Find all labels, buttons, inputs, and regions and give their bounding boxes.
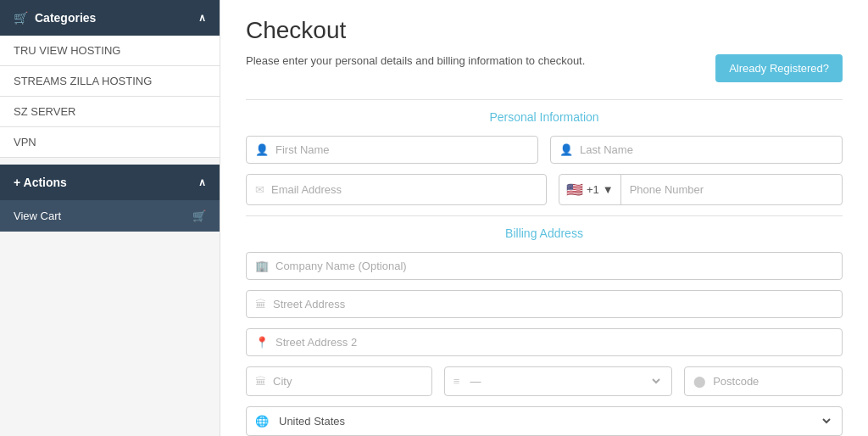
phone-prefix[interactable]: 🇺🇸 +1 ▼	[559, 175, 621, 204]
categories-chevron-icon: ∧	[198, 12, 206, 24]
phone-country-code: +1	[587, 183, 599, 196]
person-icon-2: 👤	[559, 143, 573, 156]
name-row: 👤 👤	[246, 136, 843, 164]
already-registered-button[interactable]: Already Registered?	[715, 54, 843, 82]
sidebar-item-tru-view-hosting[interactable]: TRU VIEW HOSTING	[0, 36, 220, 66]
street2-input[interactable]	[275, 336, 833, 349]
company-field[interactable]: 🏢	[246, 252, 843, 280]
phone-input[interactable]	[621, 176, 842, 203]
first-name-field[interactable]: 👤	[246, 136, 538, 164]
checkout-description: Please enter your personal details and b…	[246, 54, 715, 67]
state-icon: ≡	[453, 375, 460, 388]
categories-cart-icon: 🛒	[14, 11, 28, 25]
main-content: Checkout Please enter your personal deta…	[220, 0, 868, 436]
country-field[interactable]: 🌐 United States	[246, 406, 843, 436]
postcode-icon: ⬤	[693, 375, 706, 388]
city-state-postcode-row: 🏛 ≡ — ⬤	[246, 366, 843, 396]
contact-row: ✉ 🇺🇸 +1 ▼	[246, 174, 843, 205]
us-flag-icon: 🇺🇸	[566, 182, 583, 198]
last-name-field[interactable]: 👤	[550, 136, 843, 164]
state-field[interactable]: ≡ —	[444, 366, 672, 396]
checkout-header-row: Please enter your personal details and b…	[246, 54, 843, 82]
sidebar-item-sz-server[interactable]: SZ SERVER	[0, 97, 220, 127]
city-field[interactable]: 🏛	[246, 366, 432, 396]
sidebar-item-vpn[interactable]: VPN	[0, 127, 220, 158]
view-cart-item[interactable]: View Cart 🛒	[0, 200, 220, 232]
city-input[interactable]	[273, 375, 423, 388]
personal-info-divider	[246, 99, 843, 100]
company-input[interactable]	[275, 260, 833, 272]
state-select[interactable]: —	[466, 374, 663, 388]
email-field[interactable]: ✉	[246, 174, 547, 205]
postcode-input[interactable]	[713, 375, 833, 388]
actions-chevron-icon: ∧	[198, 176, 206, 188]
actions-header[interactable]: + Actions ∧	[0, 165, 220, 200]
page-title: Checkout	[246, 17, 843, 44]
phone-field[interactable]: 🇺🇸 +1 ▼	[559, 174, 843, 205]
street1-field[interactable]: 🏛	[246, 290, 843, 318]
building-icon: 🏢	[255, 260, 269, 272]
sidebar-item-streams-zilla-hosting[interactable]: STREAMS ZILLA HOSTING	[0, 66, 220, 97]
email-input[interactable]	[271, 183, 537, 196]
view-cart-label: View Cart	[14, 210, 61, 222]
first-name-input[interactable]	[275, 143, 529, 156]
categories-label: Categories	[35, 11, 96, 25]
billing-divider	[246, 215, 843, 216]
actions-label: + Actions	[14, 176, 67, 189]
personal-info-label: Personal Information	[246, 110, 843, 124]
city-icon: 🏛	[255, 375, 266, 388]
cart-icon: 🛒	[192, 210, 206, 222]
postcode-field[interactable]: ⬤	[684, 366, 843, 396]
location-icon: 📍	[255, 336, 269, 349]
globe-icon: 🌐	[255, 415, 269, 428]
last-name-input[interactable]	[580, 143, 833, 156]
street-icon: 🏛	[255, 298, 266, 310]
billing-address-label: Billing Address	[246, 226, 843, 240]
street2-field[interactable]: 📍	[246, 328, 843, 356]
person-icon: 👤	[255, 143, 269, 156]
street1-input[interactable]	[273, 298, 833, 310]
country-select[interactable]: United States	[275, 414, 833, 428]
phone-dropdown-icon: ▼	[603, 183, 614, 196]
sidebar: 🛒 Categories ∧ TRU VIEW HOSTING STREAMS …	[0, 0, 220, 436]
email-icon: ✉	[255, 183, 264, 196]
categories-header[interactable]: 🛒 Categories ∧	[0, 0, 220, 36]
